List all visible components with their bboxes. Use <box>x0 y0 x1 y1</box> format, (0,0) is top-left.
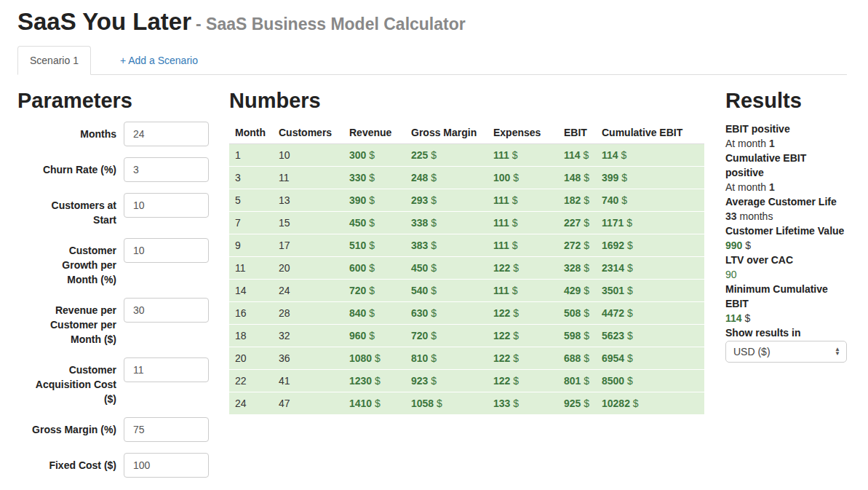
param-group-fixed-cost: Fixed Cost ($) <box>17 453 209 478</box>
result-label: EBIT positive <box>725 122 847 136</box>
column-header-customers: Customers <box>273 122 343 144</box>
customers-cell: 36 <box>273 347 343 370</box>
customers-cell: 13 <box>273 189 343 212</box>
result-label: LTV over CAC <box>725 253 847 267</box>
currency-select[interactable]: USD ($) <box>725 341 847 363</box>
parameters-panel: Parameters MonthsChurn Rate (%)Customers… <box>17 75 209 489</box>
column-header-ebit: EBIT <box>558 122 596 144</box>
param-label-revenue-per-customer-per-month: Revenue per Customer per Month ($) <box>17 298 116 347</box>
param-input-fixed-cost[interactable] <box>124 453 209 478</box>
table-row: 20361080 $810 $122 $688 $6954 $ <box>229 347 704 370</box>
month-cell: 9 <box>229 234 273 257</box>
table-row: 311330 $248 $100 $148 $399 $ <box>229 167 704 189</box>
param-input-customers-at-start[interactable] <box>124 193 209 218</box>
param-input-months[interactable] <box>124 122 209 146</box>
money-cell: 383 $ <box>405 234 487 257</box>
result-value: At month 1 <box>725 136 847 151</box>
money-cell: 272 $ <box>558 234 596 257</box>
table-row: 110300 $225 $111 $114 $114 $ <box>229 144 704 167</box>
money-cell: 133 $ <box>487 392 558 415</box>
table-row: 1120600 $450 $122 $328 $2314 $ <box>229 257 704 280</box>
table-row: 1628840 $630 $122 $508 $4472 $ <box>229 302 704 325</box>
month-cell: 5 <box>229 189 273 212</box>
parameters-heading: Parameters <box>17 90 209 112</box>
money-cell: 248 $ <box>405 167 487 189</box>
money-cell: 1410 $ <box>343 392 405 415</box>
param-group-revenue-per-customer-per-month: Revenue per Customer per Month ($) <box>17 298 209 347</box>
param-label-customer-growth-per-month: Customer Growth per Month (%) <box>17 238 116 287</box>
money-cell: 338 $ <box>405 212 487 234</box>
app-subtitle: - SaaS Business Model Calculator <box>196 15 466 33</box>
param-group-gross-margin: Gross Margin (%) <box>17 417 209 442</box>
result-label: Minimum Cumulative EBIT <box>725 282 847 311</box>
result-item: Minimum Cumulative EBIT114 $ <box>725 282 847 325</box>
money-cell: 122 $ <box>487 347 558 370</box>
numbers-table-body: 110300 $225 $111 $114 $114 $311330 $248 … <box>229 144 704 415</box>
customers-cell: 10 <box>273 144 343 167</box>
param-input-customer-acquisition-cost[interactable] <box>124 357 209 382</box>
money-cell: 801 $ <box>558 370 596 392</box>
customers-cell: 15 <box>273 212 343 234</box>
money-cell: 4472 $ <box>596 302 704 325</box>
month-cell: 18 <box>229 325 273 347</box>
money-cell: 598 $ <box>558 325 596 347</box>
page: SaaS You Later- SaaS Business Model Calc… <box>0 9 868 489</box>
money-cell: 450 $ <box>405 257 487 280</box>
param-input-revenue-per-customer-per-month[interactable] <box>124 298 209 323</box>
param-label-fixed-cost: Fixed Cost ($) <box>17 453 116 473</box>
customers-cell: 47 <box>273 392 343 415</box>
result-label: Cumulative EBIT positive <box>725 151 847 180</box>
numbers-panel: Numbers MonthCustomersRevenueGross Margi… <box>229 75 704 414</box>
money-cell: 111 $ <box>487 212 558 234</box>
money-cell: 600 $ <box>343 257 405 280</box>
table-row: 917510 $383 $111 $272 $1692 $ <box>229 234 704 257</box>
money-cell: 925 $ <box>558 392 596 415</box>
money-cell: 6954 $ <box>596 347 704 370</box>
money-cell: 2314 $ <box>596 257 704 280</box>
month-cell: 16 <box>229 302 273 325</box>
numbers-heading: Numbers <box>229 90 704 112</box>
money-cell: 293 $ <box>405 189 487 212</box>
month-cell: 7 <box>229 212 273 234</box>
month-cell: 14 <box>229 280 273 302</box>
param-input-gross-margin[interactable] <box>124 417 209 442</box>
money-cell: 540 $ <box>405 280 487 302</box>
param-input-customer-growth-per-month[interactable] <box>124 238 209 263</box>
table-row: 715450 $338 $111 $227 $1171 $ <box>229 212 704 234</box>
money-cell: 740 $ <box>596 189 704 212</box>
table-row: 24471410 $1058 $133 $925 $10282 $ <box>229 392 704 415</box>
param-input-churn-rate[interactable] <box>124 157 209 182</box>
money-cell: 510 $ <box>343 234 405 257</box>
money-cell: 122 $ <box>487 302 558 325</box>
tab-scenario-1[interactable]: Scenario 1 <box>17 46 91 75</box>
money-cell: 3501 $ <box>596 280 704 302</box>
param-group-customer-acquisition-cost: Customer Acquisition Cost ($) <box>17 357 209 406</box>
month-cell: 22 <box>229 370 273 392</box>
customers-cell: 24 <box>273 280 343 302</box>
column-header-cumulative-ebit: Cumulative EBIT <box>596 122 704 144</box>
customers-cell: 32 <box>273 325 343 347</box>
money-cell: 182 $ <box>558 189 596 212</box>
add-scenario-tab[interactable]: + Add a Scenario <box>108 47 210 74</box>
money-cell: 111 $ <box>487 234 558 257</box>
money-cell: 114 $ <box>596 144 704 167</box>
results-heading: Results <box>725 90 847 112</box>
result-value: 990 $ <box>725 238 847 253</box>
money-cell: 960 $ <box>343 325 405 347</box>
month-cell: 24 <box>229 392 273 415</box>
money-cell: 225 $ <box>405 144 487 167</box>
money-cell: 688 $ <box>558 347 596 370</box>
result-item: Cumulative EBIT positiveAt month 1 <box>725 151 847 194</box>
table-row: 1424720 $540 $111 $429 $3501 $ <box>229 280 704 302</box>
param-group-churn-rate: Churn Rate (%) <box>17 157 209 182</box>
money-cell: 122 $ <box>487 257 558 280</box>
app-title: SaaS You Later <box>17 8 191 35</box>
money-cell: 810 $ <box>405 347 487 370</box>
money-cell: 923 $ <box>405 370 487 392</box>
results-list: EBIT positiveAt month 1Cumulative EBIT p… <box>725 122 847 325</box>
column-header-gross-margin: Gross Margin <box>405 122 487 144</box>
result-label: Customer Lifetime Value <box>725 224 847 238</box>
money-cell: 399 $ <box>596 167 704 189</box>
column-header-revenue: Revenue <box>343 122 405 144</box>
customers-cell: 41 <box>273 370 343 392</box>
